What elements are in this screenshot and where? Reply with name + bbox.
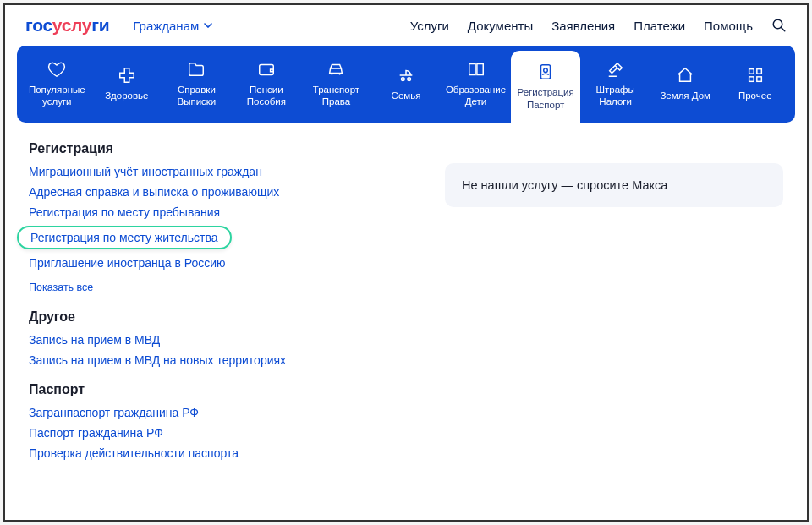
link-citizen-passport[interactable]: Паспорт гражданина РФ	[29, 426, 394, 440]
nav-payments[interactable]: Платежи	[634, 19, 685, 33]
svg-rect-5	[749, 69, 754, 74]
chevron-down-icon	[204, 23, 212, 28]
search-icon	[771, 18, 787, 33]
citizens-label: Гражданам	[133, 19, 199, 33]
nav-links: Услуги Документы Заявления Платежи Помощ…	[410, 18, 787, 33]
grid-icon	[746, 66, 765, 85]
folder-icon	[187, 60, 206, 79]
plus-medical-icon	[118, 66, 136, 85]
nav-help[interactable]: Помощь	[704, 19, 753, 33]
right-column: Не нашли услугу — спросите Макса	[445, 141, 783, 467]
nav-services[interactable]: Услуги	[410, 19, 449, 33]
link-registration-stay[interactable]: Регистрация по месту пребывания	[29, 205, 394, 219]
svg-rect-8	[757, 77, 762, 82]
category-bar: Популярные услуги Здоровье Справки Выпис…	[17, 46, 795, 123]
category-registration-passport[interactable]: Регистрация Паспорт	[511, 51, 581, 123]
book-icon	[467, 60, 486, 79]
stroller-icon	[397, 66, 415, 85]
section-other-title: Другое	[29, 309, 394, 325]
category-transport[interactable]: Транспорт Права	[301, 46, 371, 123]
car-icon	[326, 60, 345, 79]
category-land-home[interactable]: Земля Дом	[650, 46, 721, 123]
section-passport-title: Паспорт	[29, 382, 394, 397]
house-icon	[676, 66, 694, 85]
link-registration-residence[interactable]: Регистрация по месту жительства	[17, 226, 232, 249]
link-mvd-new-territories[interactable]: Запись на прием в МВД на новых территори…	[29, 353, 394, 367]
category-fines[interactable]: Штрафы Налоги	[580, 46, 650, 123]
main-content: Регистрация Миграционный учёт иностранны…	[5, 123, 807, 485]
svg-line-1	[781, 27, 785, 31]
left-column: Регистрация Миграционный учёт иностранны…	[29, 141, 394, 467]
nav-documents[interactable]: Документы	[468, 19, 533, 33]
wallet-icon	[257, 60, 276, 79]
link-mvd-appointment[interactable]: Запись на прием в МВД	[29, 333, 394, 347]
search-button[interactable]	[771, 18, 787, 33]
heart-icon	[47, 60, 66, 79]
category-certificates[interactable]: Справки Выписки	[162, 46, 232, 123]
header: госуслуги Гражданам Услуги Документы Зая…	[5, 5, 807, 46]
category-other[interactable]: Прочее	[720, 46, 790, 123]
category-popular[interactable]: Популярные услуги	[22, 46, 92, 123]
category-family[interactable]: Семья	[371, 46, 442, 123]
gavel-icon	[606, 60, 625, 79]
citizens-dropdown[interactable]: Гражданам	[133, 19, 212, 33]
ask-max-box[interactable]: Не нашли услугу — спросите Макса	[445, 163, 783, 207]
svg-rect-7	[749, 77, 754, 82]
category-health[interactable]: Здоровье	[92, 46, 162, 123]
svg-rect-6	[757, 69, 762, 74]
category-education[interactable]: Образование Дети	[441, 46, 511, 123]
link-international-passport[interactable]: Загранпаспорт гражданина РФ	[29, 406, 394, 419]
link-passport-validity[interactable]: Проверка действительности паспорта	[29, 446, 394, 460]
svg-point-4	[544, 68, 548, 73]
ask-max-text: Не нашли услугу — спросите Макса	[462, 178, 667, 192]
link-address-certificate[interactable]: Адресная справка и выписка о проживающих	[29, 185, 394, 199]
category-pensions[interactable]: Пенсии Пособия	[232, 46, 302, 123]
logo[interactable]: госуслуги	[25, 15, 109, 36]
link-migration-account[interactable]: Миграционный учёт иностранных граждан	[29, 165, 394, 178]
nav-applications[interactable]: Заявления	[551, 19, 615, 33]
show-all-registration[interactable]: Показать все	[29, 282, 93, 293]
section-registration-title: Регистрация	[29, 141, 394, 156]
passport-icon	[536, 63, 555, 81]
link-invite-foreigner[interactable]: Приглашение иностранца в Россию	[29, 256, 394, 270]
